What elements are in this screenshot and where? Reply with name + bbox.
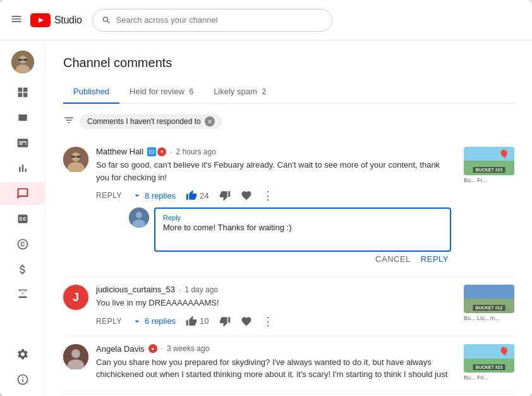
sidebar-item-audio[interactable] — [0, 283, 45, 306]
comment-item-2: J judicious_curtains_53 · 1 day ago You … — [63, 277, 514, 337]
reply-submit-button-1[interactable]: REPLY — [421, 254, 449, 264]
replies-chevron-icon — [132, 190, 142, 201]
filter-icon[interactable] — [63, 114, 75, 128]
reply-actions-row-1: CANCEL REPLY — [154, 254, 451, 264]
heart-icon-2[interactable] — [241, 316, 252, 327]
comment-header-3: Angela Davis ● · 3 weeks ago — [96, 344, 451, 354]
search-icon — [102, 15, 111, 25]
sidebar-item-subtitles[interactable] — [0, 132, 45, 154]
sidebar-item-avatar[interactable] — [0, 46, 45, 78]
comment-text-3: Can you share how you prepared for skydi… — [96, 356, 451, 381]
heart-icon-1[interactable] — [241, 190, 252, 201]
svg-rect-12 — [76, 156, 81, 158]
studio-title: Studio — [54, 15, 82, 26]
sidebar-item-earn[interactable] — [0, 258, 45, 281]
sidebar-item-copyright[interactable] — [0, 233, 45, 256]
comment-avatar-2: J — [63, 285, 88, 310]
thumbs-up-icon-1[interactable] — [186, 190, 197, 201]
comment-thumb-2: BUCKET #12 Bu... Liv... m... — [464, 285, 514, 321]
reply-label-1: Reply — [163, 214, 442, 221]
search-bar — [92, 9, 332, 32]
feedback-icon — [16, 373, 29, 386]
thumb-img-2: BUCKET #12 — [464, 285, 514, 313]
more-icon-2[interactable]: ⋮ — [262, 314, 274, 328]
audio-icon — [16, 288, 29, 301]
sidebar-item-comments[interactable] — [0, 182, 45, 205]
svg-rect-5 — [18, 59, 22, 61]
comment-author-2: judicious_curtains_53 — [96, 285, 175, 294]
comment-body-2: judicious_curtains_53 · 1 day ago You li… — [96, 285, 451, 328]
more-icon-1[interactable]: ⋮ — [262, 189, 274, 202]
reply-input-box-1[interactable]: Reply More to come! Thanks for waiting :… — [154, 207, 451, 252]
balloon-icon-1: 🎈 — [499, 149, 509, 159]
comment-actions-2: REPLY 6 replies 10 — [96, 314, 451, 328]
svg-rect-11 — [71, 156, 75, 158]
comment-badges-1: ● — [147, 147, 166, 156]
sidebar — [0, 40, 45, 396]
comment-header-1: Matthew Hall ● · 2 hours ago — [96, 147, 451, 156]
page-title: Channel comments — [63, 56, 514, 70]
user-avatar — [11, 51, 34, 73]
main-content: Channel comments Published Held for revi… — [45, 40, 532, 396]
reply-avatar-1 — [129, 207, 149, 228]
comment-text-1: So far so good, can't believe it's Febua… — [96, 159, 451, 183]
comment-thumb-3: 🎈 BUCKET #23 Bu... Fri... — [464, 344, 514, 381]
tab-likely-spam[interactable]: Likely spam 2 — [203, 80, 276, 104]
search-input[interactable] — [116, 15, 323, 25]
member-badge-icon-3: ● — [148, 344, 157, 353]
filter-bar: Comments I haven't responded to ✕ — [63, 114, 514, 129]
reply-text-1: More to come! Thanks for waiting :) — [163, 223, 442, 232]
thumbs-down-icon-2[interactable] — [219, 316, 231, 327]
comment-body-3: Angela Davis ● · 3 weeks ago Can you sha… — [96, 344, 451, 386]
filter-chip-close-button[interactable]: ✕ — [205, 116, 215, 127]
comment-separator-1: · — [170, 147, 172, 156]
comment-time-1: 2 hours ago — [176, 147, 215, 156]
balloon-icon-3: 🎈 — [499, 347, 509, 357]
earn-icon — [16, 263, 29, 276]
cancel-button-1[interactable]: CANCEL — [375, 254, 411, 264]
sidebar-item-settings[interactable] — [0, 343, 45, 366]
comment-author-3: Angela Davis — [96, 344, 145, 354]
youtube-logo-icon — [30, 13, 51, 27]
filter-chip: Comments I haven't responded to ✕ — [80, 114, 222, 129]
thumb-img-1: 🎈 BUCKET #23 — [464, 147, 514, 175]
dashboard-icon — [16, 86, 29, 99]
hamburger-icon[interactable] — [10, 13, 23, 27]
filter-chip-label: Comments I haven't responded to — [87, 117, 201, 126]
comment-author-1: Matthew Hall — [96, 147, 143, 156]
reply-box-1: Reply More to come! Thanks for waiting :… — [129, 207, 451, 264]
subtitles-icon — [16, 137, 29, 149]
comment-body-1: Matthew Hall ● · 2 hours ago So far so g… — [96, 147, 451, 269]
comments-icon — [16, 187, 29, 200]
comment-header-2: judicious_curtains_53 · 1 day ago — [96, 285, 451, 294]
svg-point-18 — [71, 349, 80, 358]
thumb-subtitle-3: Bu... Fri... — [464, 374, 514, 381]
comment-time-3: 3 weeks ago — [167, 344, 209, 353]
sidebar-item-content[interactable] — [0, 106, 45, 129]
thumbs-up-icon-2[interactable] — [186, 316, 197, 327]
reply-button-1[interactable]: REPLY — [96, 191, 122, 200]
member-badge-icon: ● — [157, 147, 166, 156]
thumb-img-3: 🎈 BUCKET #23 — [464, 344, 514, 373]
logo-area: Studio — [30, 13, 82, 27]
sidebar-item-analytics[interactable] — [0, 157, 45, 180]
tabs-bar: Published Held for review 6 Likely spam … — [63, 80, 514, 104]
comment-thumb-1: 🎈 BUCKET #23 Bu... Fr... — [464, 147, 514, 183]
tab-published[interactable]: Published — [63, 80, 119, 104]
thumb-subtitle-1: Bu... Fr... — [464, 177, 514, 183]
thumbs-down-icon-1[interactable] — [219, 190, 231, 201]
comment-text-2: You live in my DREAAAAAAAMS! — [96, 297, 451, 309]
replies-button-2[interactable]: 6 replies — [132, 316, 176, 326]
sidebar-item-captions[interactable] — [0, 207, 45, 230]
reply-button-2[interactable]: REPLY — [96, 317, 122, 326]
bucket-overlay-2: BUCKET #12 — [473, 305, 505, 311]
bucket-overlay-3: BUCKET #23 — [473, 364, 505, 370]
sidebar-item-dashboard[interactable] — [0, 81, 45, 104]
tab-held-for-review[interactable]: Held for review 6 — [119, 80, 203, 104]
like-count-2: 10 — [200, 316, 209, 326]
replies-button-1[interactable]: 8 replies — [132, 190, 176, 201]
bucket-overlay-1: BUCKET #23 — [473, 167, 505, 173]
svg-rect-6 — [23, 59, 27, 61]
sidebar-item-feedback[interactable] — [0, 368, 45, 391]
video-icon — [16, 111, 29, 124]
